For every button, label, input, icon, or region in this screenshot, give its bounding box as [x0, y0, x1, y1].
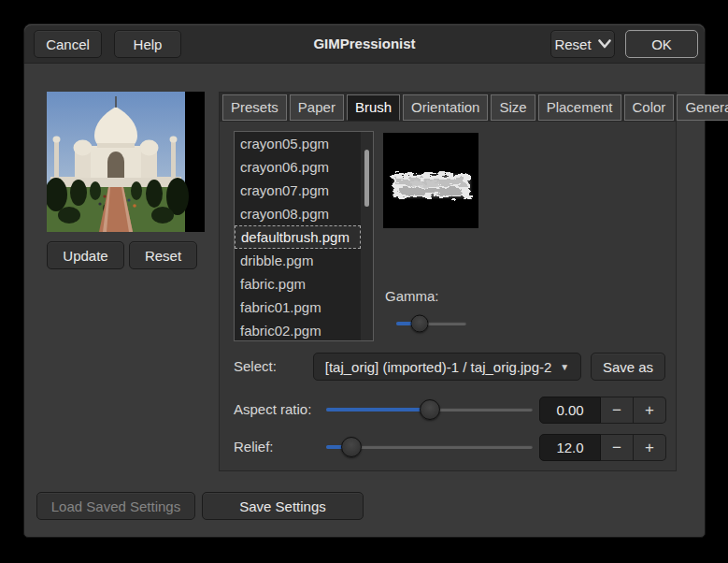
brush-file-item[interactable]: crayon05.pgm — [235, 132, 373, 155]
brush-file-item[interactable]: crayon06.pgm — [235, 155, 373, 179]
tab-orientation[interactable]: Orientation — [403, 94, 488, 121]
brush-file-item[interactable]: fabric02.pgm — [235, 319, 373, 341]
aspect-ratio-label: Aspect ratio: — [234, 401, 311, 417]
relief-increment-button[interactable]: + — [634, 434, 666, 461]
tab-general[interactable]: General — [677, 94, 728, 121]
tab-bar: PresetsPaperBrushOrientationSizePlacemen… — [220, 93, 676, 122]
chevron-down-icon — [598, 39, 611, 49]
titlebar: Cancel Help GIMPressionist Reset OK — [24, 24, 705, 64]
relief-spinbox: 12.0 − + — [539, 434, 666, 461]
tab-brush[interactable]: Brush — [347, 94, 400, 121]
brush-file-item[interactable]: crayon08.pgm — [235, 202, 373, 225]
brush-source-value: [taj_orig] (imported)-1 / taj_orig.jpg-2 — [325, 359, 552, 375]
aspect-ratio-spinbox: 0.00 − + — [539, 397, 666, 424]
ok-button[interactable]: OK — [625, 30, 698, 58]
brush-file-item[interactable]: fabric.pgm — [235, 272, 373, 296]
scrollbar-thumb[interactable] — [364, 150, 369, 207]
select-label: Select: — [234, 358, 277, 374]
relief-label: Relief: — [234, 439, 274, 455]
scrollbar-track — [361, 132, 373, 340]
save-settings-button[interactable]: Save Settings — [202, 492, 364, 520]
tab-placement[interactable]: Placement — [538, 94, 621, 121]
preview-image[interactable] — [47, 92, 205, 232]
aspect-ratio-slider-knob[interactable] — [420, 399, 440, 420]
brush-file-item[interactable]: fabric01.pgm — [235, 296, 373, 319]
save-as-button[interactable]: Save as — [591, 353, 665, 381]
load-saved-settings-button[interactable]: Load Saved Settings — [36, 492, 195, 520]
dropdown-arrow-icon: ▼ — [560, 362, 569, 372]
brush-file-list: crayon05.pgmcrayon06.pgmcrayon07.pgmcray… — [234, 131, 374, 341]
brush-file-item[interactable]: crayon07.pgm — [235, 179, 373, 202]
tab-color[interactable]: Color — [624, 94, 675, 121]
aspect-ratio-decrement-button[interactable]: − — [601, 397, 634, 424]
aspect-ratio-value[interactable]: 0.00 — [539, 397, 601, 424]
relief-decrement-button[interactable]: − — [601, 434, 634, 461]
brush-source-select[interactable]: [taj_orig] (imported)-1 / taj_orig.jpg-2… — [313, 353, 581, 381]
tab-size[interactable]: Size — [491, 94, 535, 121]
tab-presets[interactable]: Presets — [222, 94, 287, 121]
brush-stroke-preview — [383, 133, 478, 228]
help-button[interactable]: Help — [114, 30, 181, 58]
gamma-slider-knob[interactable] — [410, 315, 428, 333]
cancel-button[interactable]: Cancel — [34, 30, 102, 58]
relief-slider[interactable] — [326, 437, 533, 457]
update-button[interactable]: Update — [47, 241, 124, 269]
gimpressionist-dialog: Cancel Help GIMPressionist Reset OK — [23, 23, 706, 538]
reset-dropdown-label: Reset — [554, 36, 591, 52]
relief-value[interactable]: 12.0 — [539, 434, 601, 461]
aspect-ratio-increment-button[interactable]: + — [634, 397, 666, 424]
brush-file-item[interactable]: defaultbrush.pgm — [235, 225, 361, 249]
gamma-slider[interactable] — [396, 313, 466, 334]
dialog-title: GIMPressionist — [313, 36, 415, 51]
tab-paper[interactable]: Paper — [290, 94, 344, 121]
relief-slider-knob[interactable] — [341, 437, 362, 457]
settings-notebook: PresetsPaperBrushOrientationSizePlacemen… — [219, 92, 677, 471]
preview-reset-button[interactable]: Reset — [129, 241, 197, 269]
brush-file-item[interactable]: dribble.pgm — [235, 249, 373, 272]
gamma-label: Gamma: — [385, 288, 439, 304]
aspect-ratio-slider[interactable] — [326, 399, 533, 420]
reset-dropdown-button[interactable]: Reset — [550, 30, 615, 58]
taj-mahal-preview-image — [47, 92, 205, 232]
